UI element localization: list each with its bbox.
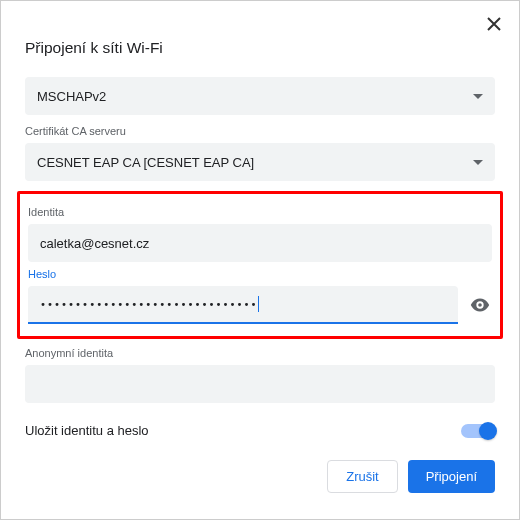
identity-input-wrap[interactable] (28, 224, 492, 262)
show-password-icon[interactable] (468, 293, 492, 317)
chevron-down-icon (473, 160, 483, 165)
phase2-auth-select[interactable]: MSCHAPv2 (25, 77, 495, 115)
password-masked: ••••••••••••••••••••••••••••••• (40, 299, 258, 310)
text-caret (258, 296, 259, 312)
toggle-knob (479, 422, 497, 440)
anon-identity-label: Anonymní identita (25, 347, 495, 359)
password-input-wrap[interactable]: ••••••••••••••••••••••••••••••• (28, 286, 458, 324)
dialog-title: Připojení k síti Wi-Fi (25, 39, 495, 57)
chevron-down-icon (473, 94, 483, 99)
cancel-button[interactable]: Zrušit (327, 460, 398, 493)
connect-button[interactable]: Připojení (408, 460, 495, 493)
identity-input[interactable] (40, 236, 480, 251)
save-identity-toggle[interactable] (461, 424, 495, 438)
wifi-join-dialog: Připojení k síti Wi-Fi MSCHAPv2 Certifik… (1, 1, 519, 519)
password-label: Heslo (28, 268, 492, 280)
ca-cert-label: Certifikát CA serveru (25, 125, 495, 137)
highlight-annotation: Identita Heslo •••••••••••••••••••••••••… (17, 191, 503, 339)
phase2-auth-value: MSCHAPv2 (37, 89, 106, 104)
anon-identity-input-wrap[interactable] (25, 365, 495, 403)
save-identity-label: Uložit identitu a heslo (25, 423, 149, 438)
identity-label: Identita (28, 206, 492, 218)
anon-identity-input[interactable] (37, 377, 483, 392)
ca-cert-value: CESNET EAP CA [CESNET EAP CA] (37, 155, 254, 170)
ca-cert-select[interactable]: CESNET EAP CA [CESNET EAP CA] (25, 143, 495, 181)
close-icon[interactable] (487, 15, 501, 36)
